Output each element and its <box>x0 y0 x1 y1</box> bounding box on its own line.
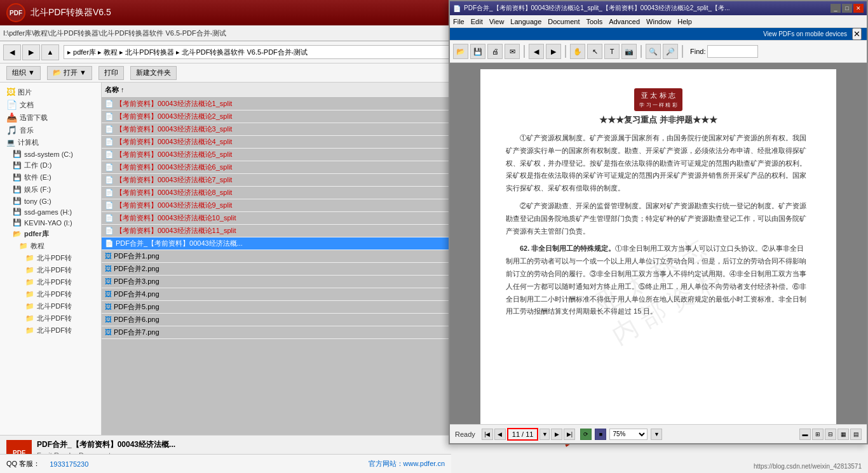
pdf-tool-email[interactable]: ✉ <box>505 44 520 59</box>
pdf-status-ready: Ready <box>455 430 475 438</box>
view-btn-1[interactable]: ▬ <box>799 429 811 440</box>
toolbar-sep4 <box>682 45 683 58</box>
zoom-select[interactable]: 75% 50% 100% 125% <box>609 429 648 440</box>
sidebar-item-label: 教程 <box>31 241 44 251</box>
pdf-menu-file[interactable]: File <box>453 18 465 25</box>
sidebar-item-label: 北斗PDF转 <box>37 326 72 335</box>
pdf-menu-window[interactable]: Window <box>646 18 671 25</box>
sidebar-drive-f[interactable]: 💾 娱乐 (F:) <box>3 183 98 196</box>
file-icon: 📄 <box>105 100 114 107</box>
pdf-para2: ②矿产资源勘查、开采的监督管理制度。国家对矿产资源勘查实行统一登记的制度。矿产资… <box>506 200 811 237</box>
find-input[interactable] <box>707 45 758 58</box>
folder-icon: 📁 <box>25 314 34 323</box>
pdf-close-btn[interactable]: ✕ <box>853 4 864 13</box>
pdf-menu-view[interactable]: View <box>489 18 505 25</box>
up-button[interactable]: ▲ <box>41 44 59 60</box>
sidebar-item-computer[interactable]: 💻 计算机 <box>3 137 98 149</box>
sidebar-folder-beidu7[interactable]: 📁 北斗PDF转 <box>3 324 98 336</box>
pdf-tool-save[interactable]: 💾 <box>470 44 485 59</box>
pdf-tool-back[interactable]: ◀ <box>529 44 544 59</box>
sidebar-item-documents[interactable]: 📄 文档 <box>3 98 98 111</box>
page-dropdown[interactable]: ▼ <box>539 429 550 440</box>
print-button[interactable]: 打印 <box>98 66 124 80</box>
pdf-first-page-btn[interactable]: |◀ <box>482 429 493 440</box>
pdf-win-controls: _ □ ✕ <box>831 4 864 13</box>
pdf-tool-forward[interactable]: ▶ <box>546 44 561 59</box>
folder-icon: 📁 <box>25 278 34 286</box>
pdf-last-page-btn[interactable]: ▶| <box>564 429 575 440</box>
sidebar-item-label: 计算机 <box>18 138 39 147</box>
new-folder-button[interactable]: 新建文件夹 <box>130 66 177 80</box>
pdf-tool-select[interactable]: ↖ <box>587 44 602 59</box>
sidebar-folder-beidu1[interactable]: 📁 北斗PDF转 <box>3 252 98 264</box>
sidebar-item-pictures[interactable]: 🖼 图片 <box>3 86 98 98</box>
address-text: I:\pdfer库\教程\北斗PDF转换器\北斗PDF转换器软件 V6.5-PD… <box>3 29 226 38</box>
drive-e-icon: 💾 <box>13 173 22 182</box>
drive-g-icon: 💾 <box>13 197 22 205</box>
pdf-view-label-text: View PDFs on mobile devices <box>763 30 847 37</box>
view-btn-2[interactable]: ⊞ <box>812 429 824 440</box>
sidebar-drive-e[interactable]: 💾 软件 (E:) <box>3 171 98 183</box>
view-btn-5[interactable]: ▤ <box>850 429 862 440</box>
pdf-menu-bar: File Edit View Language Document Tools A… <box>450 15 867 28</box>
pdf-menu-advanced[interactable]: Advanced <box>609 18 640 25</box>
pdf-status-bar: Ready |◀ ◀ 11 / 11 ▼ ▶ ▶| ⟳ ■ 75% 50% 10… <box>450 424 867 443</box>
pdf-tool-text[interactable]: T <box>604 44 620 59</box>
sidebar-folder-tutorial[interactable]: 📁 教程 <box>3 240 98 252</box>
pdf-tool-hand[interactable]: ✋ <box>570 44 585 59</box>
open-button[interactable]: 📂 打开 ▼ <box>47 66 92 80</box>
pdf-menu-language[interactable]: Language <box>510 18 541 25</box>
sidebar-folder-beidu5[interactable]: 📁 北斗PDF转 <box>3 300 98 312</box>
file-icon: 🖼 <box>105 277 112 285</box>
sidebar-folder-beidu2[interactable]: 📁 北斗PDF转 <box>3 264 98 276</box>
organize-button[interactable]: 组织 ▼ <box>6 66 41 80</box>
sidebar-drive-d[interactable]: 💾 工作 (D:) <box>3 159 98 171</box>
pdf-menu-edit[interactable]: Edit <box>471 18 483 25</box>
pdf-view-label-close[interactable]: ✕ <box>852 28 862 40</box>
sidebar-drive-h[interactable]: 💾 ssd-games (H:) <box>3 206 98 217</box>
sidebar-folder-beidu3[interactable]: 📁 北斗PDF转 <box>3 276 98 288</box>
back-button[interactable]: ◀ <box>3 44 21 60</box>
sidebar-item-label: 北斗PDF转 <box>37 302 72 311</box>
sidebar-item-thunder[interactable]: 📥 迅雷下载 <box>3 111 98 124</box>
pdf-stop-btn[interactable]: ■ <box>595 429 606 440</box>
drive-h-icon: 💾 <box>13 208 22 216</box>
sidebar-item-label: KEVIN-YAO (I:) <box>24 219 72 227</box>
pdf-maximize-btn[interactable]: □ <box>842 4 852 13</box>
sidebar-folder-pdfer[interactable]: 📂 pdfer库 <box>3 228 98 240</box>
forward-button[interactable]: ▶ <box>22 44 40 60</box>
pdf-minimize-btn[interactable]: _ <box>831 4 841 13</box>
pdf-prev-page-btn[interactable]: ◀ <box>494 429 506 440</box>
pdf-content: ▶ ✏ 📌 🔖 亚 太 标 志内 部 资 料 亚 太 标 志学 习 一 样 精 … <box>450 63 867 424</box>
website-link[interactable]: 官方网站：www.pdfer.cn <box>369 459 445 469</box>
zoom-dropdown-btn[interactable]: ▼ <box>651 429 662 440</box>
pdf-tool-zoom-in[interactable]: 🔎 <box>663 44 678 59</box>
view-btn-4[interactable]: ▦ <box>837 429 849 440</box>
thunder-icon: 📥 <box>6 112 17 123</box>
pdf-tool-snapshot[interactable]: 📷 <box>621 44 637 59</box>
qq-link[interactable]: 1933175230 <box>50 460 88 468</box>
sidebar-drive-c[interactable]: 💾 ssd-system (C:) <box>3 149 98 159</box>
sidebar-drive-i[interactable]: 💾 KEVIN-YAO (I:) <box>3 217 98 228</box>
pdf-menu-document[interactable]: Document <box>548 18 580 25</box>
sidebar-item-music[interactable]: 🎵 音乐 <box>3 124 98 137</box>
pdf-tool-print[interactable]: 🖨 <box>487 44 503 59</box>
sidebar-item-label: 文档 <box>20 100 34 110</box>
toolbar-sep3 <box>641 45 642 58</box>
file-icon: 📄 <box>105 150 114 158</box>
pdf-tool-zoom-out[interactable]: 🔍 <box>646 44 661 59</box>
file-icon: 🖼 <box>105 252 112 260</box>
pdf-refresh-btn[interactable]: ⟳ <box>580 429 592 440</box>
sidebar: 🖼 图片 📄 文档 📥 迅雷下载 🎵 音乐 💻 计算机 💾 ssd-system… <box>0 83 102 435</box>
pdf-menu-tools[interactable]: Tools <box>586 18 602 25</box>
folder-icon: 📁 <box>25 254 34 262</box>
sidebar-folder-beidu4[interactable]: 📁 北斗PDF转 <box>3 288 98 300</box>
sidebar-folder-beidu6[interactable]: 📁 北斗PDF转 <box>3 312 98 324</box>
file-icon: 📄 <box>105 138 114 145</box>
pdf-next-page-btn[interactable]: ▶ <box>551 429 562 440</box>
pdf-menu-help[interactable]: Help <box>677 18 692 25</box>
find-label: Find: <box>690 48 705 55</box>
view-btn-3[interactable]: ⊟ <box>825 429 836 440</box>
sidebar-drive-g[interactable]: 💾 tony (G:) <box>3 196 98 206</box>
pdf-tool-open[interactable]: 📂 <box>453 44 468 59</box>
